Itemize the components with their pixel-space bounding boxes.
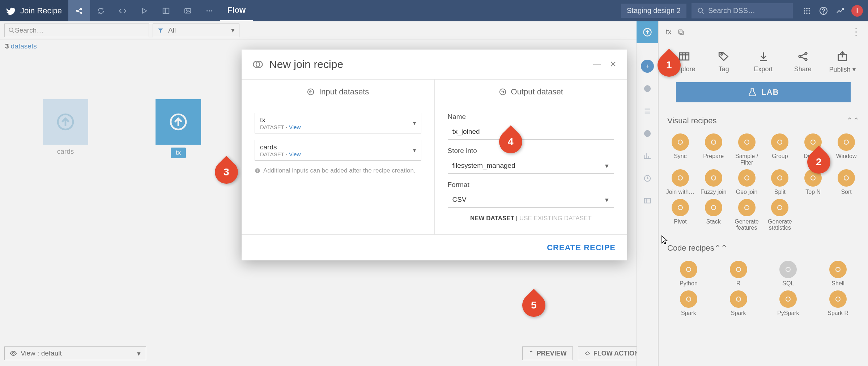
add-icon[interactable]: + [641, 60, 654, 73]
visual-recipe-distinct[interactable]: Distinct [797, 133, 829, 166]
format-select[interactable]: CSV [448, 192, 614, 208]
explore-action[interactable]: Explore [668, 50, 701, 73]
svg-point-27 [644, 85, 651, 92]
input-dataset-1[interactable]: tx DATASET - View [255, 113, 421, 133]
share-icon[interactable] [68, 0, 90, 21]
right-panel: tx ⋮ Explore Tag Export Share Publish LA… [658, 21, 868, 366]
play-icon[interactable] [133, 0, 155, 21]
flow-tab[interactable]: Flow [220, 0, 253, 21]
visual-recipe-pivot[interactable]: Pivot [664, 199, 696, 231]
visual-recipe-stack[interactable]: Stack [698, 199, 729, 231]
global-search[interactable]: Search DSS… [692, 3, 793, 18]
minimize-icon[interactable]: — [593, 60, 601, 69]
dataset-mode-toggle[interactable]: NEW DATASET | USE EXISTING DATASET [448, 215, 614, 222]
name-input[interactable]: tx_joined [448, 124, 614, 140]
code-recipe-spark-r[interactable]: Spark R [814, 290, 862, 316]
visual-recipe-join-with-[interactable]: Join with… [664, 169, 696, 195]
input-dataset-2[interactable]: cards DATASET - View [255, 140, 421, 161]
filter-select[interactable]: All [153, 24, 239, 37]
modal-title: New join recipe [269, 58, 343, 71]
svg-point-42 [778, 140, 782, 144]
preview-button[interactable]: ⌃PREVIEW [522, 346, 573, 360]
code-recipes-head[interactable]: Code recipes⌃ [659, 238, 868, 258]
view-link[interactable]: View [289, 151, 301, 157]
inputs-head: Input datasets [242, 80, 434, 104]
export-action[interactable]: Export [747, 50, 780, 73]
svg-point-34 [721, 54, 722, 55]
publish-action[interactable]: Publish [826, 50, 859, 73]
view-select[interactable]: View : default [4, 346, 146, 360]
visual-recipe-split[interactable]: Split [764, 169, 796, 195]
clock-icon[interactable] [641, 172, 654, 185]
code-recipe-python[interactable]: Python [664, 261, 713, 287]
dataset-node-tx[interactable]: tx [156, 99, 201, 158]
panel-menu-icon[interactable]: ⋮ [851, 26, 861, 38]
code-recipe-r[interactable]: R [714, 261, 763, 287]
visual-recipe-generate-statistics[interactable]: Generate statistics [764, 199, 796, 231]
close-icon[interactable]: ✕ [610, 60, 616, 69]
svg-point-41 [745, 140, 749, 144]
visual-recipe-group[interactable]: Group [764, 133, 796, 166]
code-recipe-pyspark[interactable]: PySpark [764, 290, 813, 316]
share-action[interactable]: Share [787, 50, 819, 73]
svg-point-49 [811, 176, 815, 180]
svg-point-60 [736, 297, 741, 301]
visual-recipes-head[interactable]: Visual recipes⌃ [659, 111, 868, 131]
list-icon[interactable] [641, 105, 654, 118]
visual-recipe-sync[interactable]: Sync [664, 133, 696, 166]
svg-point-44 [844, 140, 848, 144]
copy-icon[interactable] [677, 29, 685, 36]
view-link[interactable]: View [289, 124, 301, 130]
help-icon[interactable] [815, 3, 832, 19]
svg-point-13 [809, 8, 810, 9]
visual-recipe-sort[interactable]: Sort [830, 169, 862, 195]
datasets-link[interactable]: datasets [11, 42, 37, 50]
avatar[interactable]: I [851, 5, 863, 17]
chart-icon[interactable] [641, 149, 654, 162]
info-icon[interactable] [641, 82, 654, 95]
table-icon[interactable] [641, 194, 654, 207]
svg-point-11 [804, 8, 805, 9]
staging-tag[interactable]: Staging design 2 [621, 4, 686, 18]
upload-action-icon[interactable] [637, 21, 658, 43]
lab-button[interactable]: LAB [676, 82, 851, 102]
new-join-modal: New join recipe — ✕ Input datasets tx DA… [242, 50, 627, 260]
dataset-node-cards[interactable]: cards [43, 99, 88, 156]
check-icon[interactable] [641, 127, 654, 140]
code-recipe-shell[interactable]: Shell [814, 261, 862, 287]
more-icon[interactable] [199, 0, 220, 21]
code-recipe-spark[interactable]: Spark [714, 290, 763, 316]
tag-action[interactable]: Tag [707, 50, 740, 73]
output-head: Output dataset [435, 80, 627, 104]
flow-search[interactable] [4, 24, 149, 37]
input-hint: i Additional inputs can be added after t… [255, 167, 421, 174]
store-select[interactable]: filesystem_managed [448, 158, 614, 174]
columns-icon[interactable] [155, 0, 177, 21]
visual-recipe-generate-features[interactable]: Generate features [731, 199, 763, 231]
svg-point-50 [844, 176, 848, 180]
create-recipe-button[interactable]: CREATE RECIPE [547, 243, 616, 252]
visual-recipe-top-n[interactable]: Top N [797, 169, 829, 195]
visual-recipe-sample-filter[interactable]: Sample / Filter [731, 133, 763, 166]
svg-point-57 [786, 267, 790, 272]
code-recipe-sql[interactable]: SQL [764, 261, 813, 287]
svg-point-16 [809, 10, 810, 12]
svg-point-40 [711, 140, 716, 144]
activity-icon[interactable] [832, 3, 848, 19]
code-recipes-grid: PythonRSQLShellSparkSparkPySparkSpark R [659, 258, 868, 318]
code-icon[interactable] [112, 0, 133, 21]
svg-point-14 [804, 10, 805, 12]
svg-text:i: i [257, 169, 258, 173]
flow-search-input[interactable] [15, 26, 145, 34]
apps-icon[interactable] [799, 3, 815, 19]
visual-recipe-fuzzy-join[interactable]: Fuzzy join [698, 169, 729, 195]
svg-point-28 [644, 130, 651, 137]
visual-recipe-geo-join[interactable]: Geo join [731, 169, 763, 195]
visual-recipe-window[interactable]: Window [830, 133, 862, 166]
code-recipe-spark[interactable]: Spark [664, 290, 713, 316]
visual-recipe-prepare[interactable]: Prepare [698, 133, 729, 166]
image-icon[interactable] [177, 0, 199, 21]
svg-point-55 [686, 267, 691, 272]
svg-point-0 [77, 10, 78, 12]
cycle-icon[interactable] [90, 0, 112, 21]
